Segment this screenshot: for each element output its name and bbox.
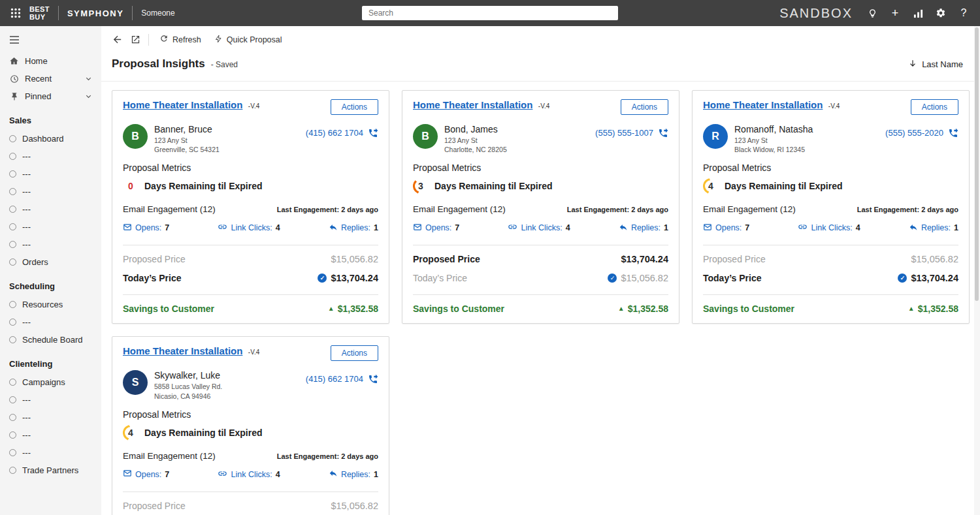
actions-button[interactable]: Actions — [911, 99, 958, 115]
circle-icon — [9, 301, 16, 308]
savings-row: Savings to Customer ▲$1,352.58 — [413, 304, 668, 314]
phone-link[interactable]: (415) 662 1704 — [306, 128, 363, 138]
user-name[interactable]: Someone — [141, 8, 174, 18]
save-status: - Saved — [211, 60, 238, 69]
phone-link[interactable]: (555) 555-1007 — [595, 128, 653, 138]
phone-link[interactable]: (555) 555-2020 — [885, 128, 943, 138]
proposal-version: -V.4 — [248, 349, 259, 356]
sidebar-item-recent[interactable]: Recent — [0, 70, 101, 87]
sidebar-item-placeholder[interactable]: --- — [0, 391, 101, 409]
customer-name: Bond, James — [444, 124, 589, 134]
replies-link[interactable]: Replies: — [341, 470, 370, 479]
signal-icon[interactable] — [912, 7, 924, 20]
page-header: Proposal Insights - Saved Last Name — [101, 51, 980, 82]
opens-link[interactable]: Opens: — [135, 223, 161, 232]
opens-stat: Opens:7 — [123, 469, 169, 480]
sidebar-item-label: --- — [22, 187, 31, 196]
phone-wrap: (415) 662 1704 — [306, 370, 378, 400]
app-launcher-icon[interactable] — [10, 8, 21, 18]
today-price-value: $15,056.82 — [621, 273, 668, 283]
phone-forward-icon[interactable] — [948, 128, 958, 141]
proposal-metrics-label: Proposal Metrics — [413, 163, 668, 173]
proposal-title-link[interactable]: Home Theater Installation — [123, 99, 242, 110]
replies-link[interactable]: Replies: — [341, 223, 370, 232]
sidebar-item-label: --- — [22, 204, 31, 214]
opens-link[interactable]: Opens: — [425, 223, 451, 232]
proposal-title-link[interactable]: Home Theater Installation — [123, 345, 242, 356]
envelope-icon — [123, 469, 132, 480]
sidebar-item-resources[interactable]: Resources — [0, 296, 101, 313]
proposal-title-link[interactable]: Home Theater Installation — [413, 99, 532, 110]
card-title-wrap: Home Theater Installation -V.4 — [413, 99, 549, 111]
quick-proposal-button[interactable]: Quick Proposal — [212, 33, 285, 47]
circle-icon — [9, 379, 16, 386]
replies-link[interactable]: Replies: — [631, 223, 661, 232]
phone-forward-icon[interactable] — [368, 374, 378, 387]
scrollbar-thumb[interactable] — [975, 27, 979, 301]
help-icon[interactable]: ? — [958, 7, 970, 20]
search-input[interactable] — [362, 6, 618, 20]
sidebar-item-label: --- — [22, 448, 31, 458]
sidebar-item-dashboard[interactable]: Dashboard — [0, 130, 101, 148]
phone-forward-icon[interactable] — [368, 128, 378, 141]
card-title-wrap: Home Theater Installation -V.4 — [123, 99, 259, 111]
sidebar-item-placeholder[interactable]: --- — [0, 148, 101, 165]
lightbulb-icon[interactable] — [866, 7, 878, 20]
sidebar-item-placeholder[interactable]: --- — [0, 200, 101, 218]
link-icon — [508, 222, 517, 234]
link-clicks-link[interactable]: Link Clicks: — [231, 470, 272, 479]
proposal-metrics-label: Proposal Metrics — [703, 163, 958, 173]
sidebar-item-label: --- — [22, 151, 31, 161]
phone-link[interactable]: (415) 662 1704 — [306, 374, 363, 384]
replies-value: 1 — [374, 223, 378, 232]
sidebar-item-pinned[interactable]: Pinned — [0, 87, 101, 105]
sidebar-item-placeholder[interactable]: --- — [0, 426, 101, 444]
days-remaining-value: 4 — [708, 181, 713, 191]
sidebar-item-orders[interactable]: Orders — [0, 253, 101, 271]
best-buy-logo: BEST BUY — [29, 5, 50, 21]
reply-icon — [329, 223, 338, 234]
opens-link[interactable]: Opens: — [715, 223, 742, 232]
sidebar-item-placeholder[interactable]: --- — [0, 165, 101, 183]
link-clicks-value: 4 — [276, 223, 280, 232]
actions-button[interactable]: Actions — [621, 99, 668, 115]
sidebar-item-schedule-board[interactable]: Schedule Board — [0, 331, 101, 349]
opens-link[interactable]: Opens: — [135, 470, 161, 479]
phone-forward-icon[interactable] — [658, 128, 668, 141]
sidebar-item-campaigns[interactable]: Campaigns — [0, 373, 101, 391]
sidebar: Home Recent Pinned Sales Dashboard --- -… — [0, 26, 101, 515]
sidebar-item-placeholder[interactable]: --- — [0, 444, 101, 461]
sidebar-item-placeholder[interactable]: --- — [0, 313, 101, 331]
avatar: B — [123, 124, 148, 149]
engagement-header: Email Engagement (12) Last Engagement: 2… — [123, 204, 378, 214]
link-clicks-link[interactable]: Link Clicks: — [231, 223, 272, 232]
avatar-initial: B — [131, 131, 139, 142]
replies-link[interactable]: Replies: — [921, 223, 951, 232]
sidebar-item-placeholder[interactable]: --- — [0, 218, 101, 236]
add-icon[interactable]: + — [889, 7, 901, 20]
menu-icon[interactable] — [0, 29, 101, 52]
sidebar-item-home[interactable]: Home — [0, 52, 101, 70]
opens-value: 7 — [165, 470, 169, 479]
sidebar-item-placeholder[interactable]: --- — [0, 409, 101, 426]
sidebar-item-label: Trade Partners — [22, 465, 78, 475]
sort-control[interactable]: Last Name — [908, 59, 963, 70]
link-clicks-link[interactable]: Link Clicks: — [521, 223, 562, 232]
actions-button[interactable]: Actions — [331, 345, 378, 361]
link-clicks-link[interactable]: Link Clicks: — [811, 223, 852, 232]
sidebar-item-label: --- — [22, 169, 31, 179]
sidebar-item-label: Dashboard — [22, 134, 64, 144]
open-new-window-icon[interactable] — [131, 35, 140, 44]
sidebar-item-placeholder[interactable]: --- — [0, 183, 101, 200]
back-button[interactable] — [112, 34, 123, 45]
sidebar-item-trade-partners[interactable]: Trade Partners — [0, 461, 101, 479]
refresh-button[interactable]: Refresh — [157, 32, 204, 47]
settings-gear-icon[interactable] — [935, 7, 947, 20]
sidebar-item-placeholder[interactable]: --- — [0, 236, 101, 253]
proposal-title-link[interactable]: Home Theater Installation — [703, 99, 823, 110]
vertical-scrollbar[interactable] — [974, 26, 980, 515]
actions-button[interactable]: Actions — [331, 99, 378, 115]
today-price-label: Today’s Price — [413, 273, 467, 283]
topbar-divider — [58, 6, 59, 20]
last-engagement: Last Engagement: 2 days ago — [277, 206, 378, 213]
